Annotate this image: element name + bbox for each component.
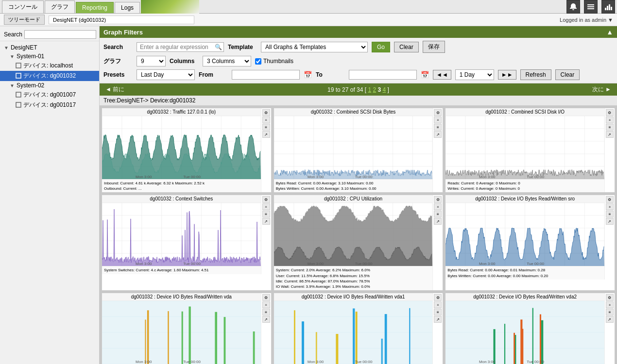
notification-icon[interactable] [566,0,580,14]
graph-body-g4[interactable] [102,203,261,266]
tree-icon-dg001017 [16,102,21,109]
graph-ctrl-list-g2[interactable]: ≡ [434,124,442,131]
graph-card-inner-g7: dg001032 : Device I/O Bytes Read/Written… [102,293,271,364]
graph-ctrl-props-g8[interactable]: ⚙ [434,294,442,301]
graph-main-g7: dg001032 : Device I/O Bytes Read/Written… [102,293,261,364]
page-num-2[interactable]: 2 [373,86,377,93]
graph-body-g2[interactable] [274,116,433,179]
graph-ctrl-zoom-g1[interactable]: + [262,116,270,123]
graph-ctrl-props-g1[interactable]: ⚙ [262,109,270,116]
search-input[interactable] [24,30,96,39]
sidebar-item-dg001007[interactable]: デバイス: dg001007 [0,90,99,100]
timespan-select[interactable]: 1 Day [455,69,494,80]
clear-button[interactable]: Clear [394,42,419,52]
graph-ctrl-list-g4[interactable]: ≡ [262,211,270,217]
graph-ctrl-export-g6[interactable]: ↗ [606,218,614,225]
presets-select[interactable]: Last Day [137,69,195,80]
graph-ctrl-zoom-g9[interactable]: + [606,301,614,308]
page-num-3[interactable]: 3 [378,86,381,93]
graph-ctrl-list-g5[interactable]: ≡ [434,211,442,217]
save-button[interactable]: 保存 [423,41,445,53]
to-calendar-icon[interactable]: 📅 [421,71,429,79]
graph-count-select[interactable]: 9 [137,56,166,66]
graph-ctrl-zoom-g8[interactable]: + [434,301,442,308]
go-button[interactable]: Go [372,42,390,52]
refresh-button[interactable]: Refresh [520,69,551,80]
next-time-btn[interactable]: ►► [498,70,516,80]
next-page-btn[interactable]: 次に ► [592,85,611,94]
graph-ctrl-export-g3[interactable]: ↗ [606,131,614,138]
menu-icon[interactable] [584,0,598,14]
graph-ctrl-zoom-g7[interactable]: + [262,301,270,308]
page-num-4[interactable]: 4 [383,86,386,93]
graph-body-g6[interactable] [446,203,604,266]
graph-body-g7[interactable] [102,301,261,364]
graph-ctrl-export-g9[interactable]: ↗ [606,316,614,323]
graph-ctrl-list-g1[interactable]: ≡ [262,124,270,131]
graph-ctrl-export-g4[interactable]: ↗ [262,218,270,225]
tab-console[interactable]: コンソール [2,0,44,13]
graph-card-inner-g9: dg001032 : Device I/O Bytes Read/Written… [446,293,615,364]
to-date-input[interactable]: 2017-12-19 09:13 [349,70,417,80]
graph-ctrl-zoom-g4[interactable]: + [262,203,270,210]
graph-ctrl-list-g9[interactable]: ≡ [606,309,614,315]
sidebar-item-system01[interactable]: ▼System-01 [0,52,99,61]
graph-body-g8[interactable] [274,301,433,364]
graph-ctrl-export-g2[interactable]: ↗ [434,131,442,138]
graph-legend-g4: System Switches: Current: 4.c Average: 1… [102,266,261,274]
sidebar-item-dg001032[interactable]: デバイス: dg001032 [0,71,99,81]
columns-select[interactable]: 3 Columns [203,56,251,66]
graph-canvas-g7 [102,301,261,364]
sidebar-item-designnet[interactable]: ▼DesigNET [0,43,99,52]
graph-legend-g6: Bytes Read: Current: 0.00 Average: 0.01 … [446,266,604,279]
sidebar-item-dg001017[interactable]: デバイス: dg001017 [0,100,99,110]
tab-logs[interactable]: Logs [115,2,140,13]
graph-ctrl-export-g8[interactable]: ↗ [434,316,442,323]
graph-body-g5[interactable] [274,203,433,266]
graph-body-g9[interactable] [446,301,604,364]
prev-time-btn[interactable]: ◄◄ [433,70,451,80]
chart-icon[interactable] [601,0,615,14]
graph-ctrl-props-g4[interactable]: ⚙ [262,196,270,203]
graph-ctrl-list-g6[interactable]: ≡ [606,211,614,217]
graph-ctrl-zoom-g5[interactable]: + [434,203,442,210]
collapse-btn[interactable]: ▲ [606,28,613,36]
from-date-input[interactable]: 2017-12-18 09:13 [232,70,300,80]
graph-main-g2: dg001032 : Combined SCSI Disk Bytes Byte… [274,108,433,192]
graph-title-g9: dg001032 : Device I/O Bytes Read/Written… [446,293,604,301]
graph-legend-g2: Bytes Read: Current: 0.00 Average: 3.10 … [274,179,433,192]
graph-ctrl-zoom-g2[interactable]: + [434,116,442,123]
filter-search-input[interactable] [137,42,224,52]
tree-icon-localhost [16,63,21,69]
template-select[interactable]: All Graphs & Templates [261,42,368,52]
graph-ctrl-export-g1[interactable]: ↗ [262,131,270,138]
thumbnails-label[interactable]: Thumbnails [255,58,293,65]
graph-ctrl-zoom-g3[interactable]: + [606,116,614,123]
graph-ctrl-zoom-g6[interactable]: + [606,203,614,210]
sidebar-item-localhost[interactable]: デバイス: localhost [0,61,99,71]
from-calendar-icon[interactable]: 📅 [304,71,312,79]
graph-ctrl-props-g9[interactable]: ⚙ [606,294,614,301]
graph-body-g3[interactable] [446,116,604,179]
graph-body-g1[interactable] [102,116,261,179]
graph-ctrl-list-g8[interactable]: ≡ [434,309,442,315]
graph-ctrl-props-g2[interactable]: ⚙ [434,109,442,116]
graph-ctrl-export-g7[interactable]: ↗ [262,316,270,323]
graph-ctrl-props-g7[interactable]: ⚙ [262,294,270,301]
graph-ctrl-props-g6[interactable]: ⚙ [606,196,614,203]
sidebar-item-system02[interactable]: ▼System-02 [0,81,99,90]
svg-rect-3 [605,8,606,10]
tree-mode-btn[interactable]: ツリーモード [4,15,45,25]
clear2-button[interactable]: Clear [555,69,580,80]
tab-reporting[interactable]: Reporting [76,2,114,13]
graph-ctrl-props-g3[interactable]: ⚙ [606,109,614,116]
filter-row-1: Search 🔍 Template All Graphs & Templates… [103,41,613,53]
graph-ctrl-list-g3[interactable]: ≡ [606,124,614,131]
thumbnails-checkbox[interactable] [255,58,261,65]
graph-ctrl-export-g5[interactable]: ↗ [434,218,442,225]
prev-page-btn[interactable]: ◄ 前に [105,85,124,94]
graph-ctrl-list-g7[interactable]: ≡ [262,309,270,315]
page-num-1[interactable]: 1 [368,86,371,93]
graph-ctrl-props-g5[interactable]: ⚙ [434,196,442,203]
tab-graphs[interactable]: グラフ [45,0,75,13]
